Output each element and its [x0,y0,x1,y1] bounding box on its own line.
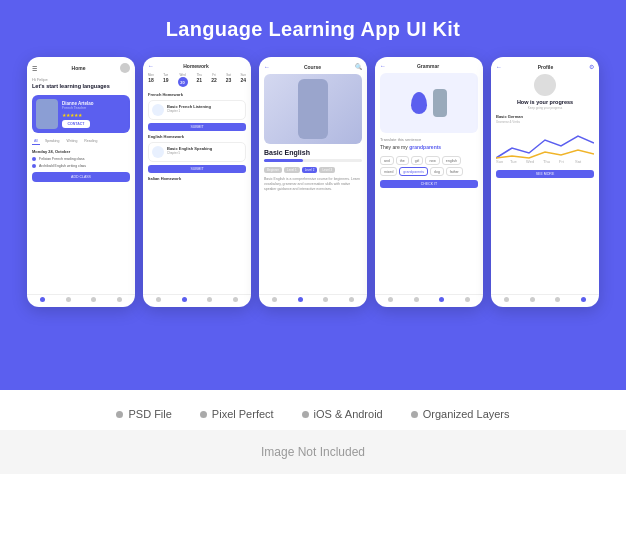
nav-home-4[interactable] [388,297,393,302]
profile-settings-icon[interactable]: ⚙ [589,63,594,70]
home-avatar [120,63,130,73]
tab-reading[interactable]: Reading [82,138,99,145]
class-dot-2 [32,164,36,168]
add-class-button[interactable]: ADD CLASS [32,172,130,182]
profile-back-icon[interactable]: ← [496,64,502,70]
tab-writing[interactable]: Writing [65,138,80,145]
word-girl[interactable]: girl [411,156,424,165]
menu-icon: ☰ [32,65,37,72]
cal-day-0[interactable]: Mon 18 [148,73,154,87]
homework-item-french: Basic French Listening Chapter 1 [148,100,246,120]
profile-header: ← Profile ⚙ [496,63,594,70]
tagline: Let's start learning languages [32,83,130,90]
profile-avatar [534,74,556,96]
cal-day-2[interactable]: Wed 20 [178,73,188,87]
word-father[interactable]: father [446,167,463,176]
feature-layers: Organized Layers [411,408,510,420]
translate-prompt: Translate this sentence [380,137,478,142]
submit-english-button[interactable]: SUBMIT [148,165,246,173]
nav-settings[interactable] [117,297,122,302]
course-title: Basic English [264,149,362,156]
nav-search[interactable] [66,297,71,302]
nav-hw[interactable] [182,297,187,302]
course-progress-fill [264,159,303,162]
nav-grammar[interactable] [414,297,419,302]
feature-label-layers: Organized Layers [423,408,510,420]
home-header: ☰ Home [32,63,130,73]
course-levels: Beginner Level 1 Level 2 Level 3 [264,167,362,173]
svg-text:Wed: Wed [526,159,534,163]
nav-course-5[interactable] [530,297,535,302]
nav-profile-5[interactable] [581,297,586,302]
word-the[interactable]: the [396,156,409,165]
nav-grammar-5[interactable] [555,297,560,302]
level-3[interactable]: Level 3 [319,167,335,173]
word-grandparents[interactable]: grandparents [399,167,428,176]
feature-dot-pixel [200,411,207,418]
grammar-sentence: They are my grandparents [380,144,478,151]
nav-profile[interactable] [91,297,96,302]
nav-home-3[interactable] [272,297,277,302]
word-dog[interactable]: dog [430,167,444,176]
nav-active-4[interactable] [439,297,444,302]
sentence-part1: They are my [380,144,409,150]
grammar-image-area [380,73,478,133]
page-title: Language Learning App UI Kit [166,18,460,41]
sentence-highlight: grandparents [409,144,441,150]
tab-all-classes[interactable]: All [32,138,40,145]
submit-french-button[interactable]: SUBMIT [148,123,246,131]
nav-profile-3[interactable] [323,297,328,302]
phone-homework: ← Homework Mon 18 Tue 19 Wed 20 Thu [143,57,251,307]
cal-day-4[interactable]: Fri 22 [211,73,217,87]
course-description: Basic English is a comprehensive course … [264,177,362,192]
course-header: ← Course 🔍 [264,63,362,70]
svg-text:Tue: Tue [510,159,518,163]
hw-text-english: Basic English Speaking Chapter 5 [167,146,212,155]
level-beginner[interactable]: Beginner [264,167,282,173]
contact-button[interactable]: CONTACT [62,120,90,128]
class-dot [32,157,36,161]
level-2[interactable]: Level 2 [302,167,318,173]
cal-day-6[interactable]: Sun 24 [240,73,246,87]
nav-home[interactable] [40,297,45,302]
svg-text:Thu: Thu [543,159,550,163]
back-icon[interactable]: ← [148,63,154,69]
nav-home-5[interactable] [504,297,509,302]
cal-day-3[interactable]: Thu 21 [197,73,203,87]
progress-question: How is your progress [496,99,594,105]
bottom-section: PSD File Pixel Perfect iOS & Android Org… [0,390,626,500]
tab-speaking[interactable]: Speaking [43,138,62,145]
nav-home-2[interactable] [156,297,161,302]
svg-text:Fri: Fri [559,159,564,163]
check-button[interactable]: CHECK IT [380,180,478,188]
cal-day-5[interactable]: Sat 23 [226,73,232,87]
nav-settings-3[interactable] [349,297,354,302]
class-item-2: Archibald English writing class [32,164,130,168]
calendar-row: Mon 18 Tue 19 Wed 20 Thu 21 Fri 22 [148,73,246,87]
word-english[interactable]: english [442,156,461,165]
teacher-avatar [36,99,58,129]
course-search-icon[interactable]: 🔍 [355,63,362,70]
nav-settings-2[interactable] [233,297,238,302]
class-tabs: All Speaking Writing Reading [32,138,130,145]
grammar-person [433,89,447,117]
word-now[interactable]: now [425,156,439,165]
word-and[interactable]: and [380,156,394,165]
course-back-icon[interactable]: ← [264,64,270,70]
greeting: Hi Felipe [32,77,130,82]
feature-dot-ios [302,411,309,418]
grammar-back-icon[interactable]: ← [380,63,386,69]
nav-course[interactable] [298,297,303,302]
progress-sub: Keep going your progress [496,106,594,110]
bottom-gray-bar: Image Not Included [0,430,626,474]
level-1[interactable]: Level 1 [284,167,300,173]
nav-profile-2[interactable] [207,297,212,302]
feature-label-ios: iOS & Android [314,408,383,420]
progress-chart: Sun Tue Wed Thu Fri Sat [496,128,594,163]
cal-day-1[interactable]: Tue 19 [163,73,169,87]
homework-header: ← Homework [148,63,246,69]
see-more-button[interactable]: SEE MORE [496,170,594,178]
word-mixed[interactable]: mixed [380,167,397,176]
hw-text-french: Basic French Listening Chapter 1 [167,104,211,113]
nav-settings-4[interactable] [465,297,470,302]
